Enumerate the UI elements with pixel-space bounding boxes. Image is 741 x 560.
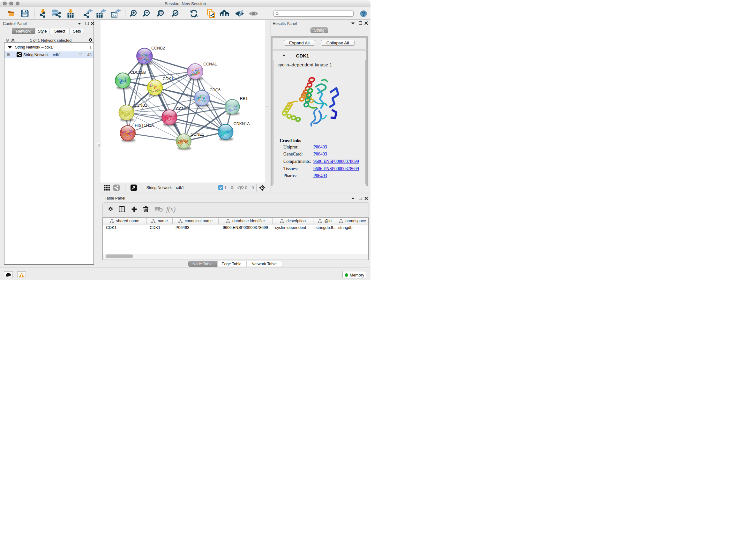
svg-text:CDC25B: CDC25B bbox=[130, 70, 145, 75]
svg-text:CDC6: CDC6 bbox=[209, 88, 220, 92]
svg-text:CCNB1: CCNB1 bbox=[133, 103, 147, 108]
svg-text:HIST1H1A: HIST1H1A bbox=[135, 123, 154, 128]
svg-text:CCNA2: CCNA2 bbox=[176, 107, 189, 111]
svg-text:CCNA1: CCNA1 bbox=[203, 62, 217, 66]
svg-text:?: ? bbox=[362, 11, 365, 16]
svg-text:CCNB2: CCNB2 bbox=[151, 46, 165, 51]
svg-text:CDK1: CDK1 bbox=[162, 77, 173, 81]
svg-text:CDKN1A: CDKN1A bbox=[233, 122, 250, 126]
svg-text:CCNE1: CCNE1 bbox=[191, 132, 204, 137]
svg-text:RB1: RB1 bbox=[240, 97, 247, 101]
